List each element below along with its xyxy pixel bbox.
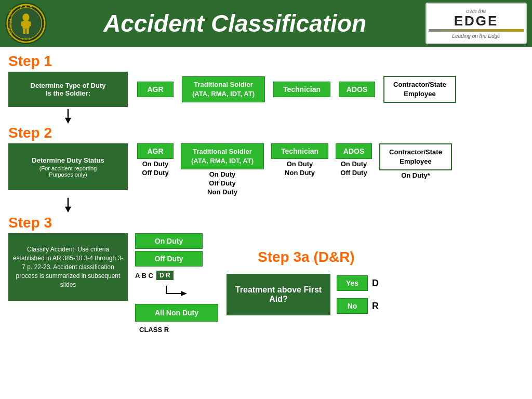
svg-rect-5 <box>28 21 31 26</box>
step3-label: Step 3 <box>8 215 524 231</box>
step3-off-duty-box: Off Duty <box>135 251 203 267</box>
step2-agr-duty1: On Duty <box>142 160 169 168</box>
step3a-row: Treatment above First Aid? Yes D No R <box>227 270 379 315</box>
step3-abcdr-row: A B C D R <box>135 271 218 280</box>
step3a-label: Step 3a (D&R) <box>258 249 355 265</box>
step2-ados-header: ADOS <box>336 143 372 159</box>
step3-duty-col: On Duty Off Duty A B C D R <box>135 233 218 334</box>
step3-abc-label: A B C <box>135 272 153 280</box>
svg-marker-12 <box>65 118 71 124</box>
yn-r-letter: R <box>372 301 379 312</box>
step3-right-content: On Duty Off Duty A B C D R <box>128 233 379 334</box>
step2-desc-main: Determine Duty Status <box>32 156 104 164</box>
step3-dr-box: D R <box>156 271 174 280</box>
badge-edge-text: EDGE <box>454 14 499 28</box>
step2-traditional-duty2: Off Duty <box>209 179 235 187</box>
step2-agr-duty2: Off Duty <box>142 169 168 177</box>
step1-area: Step 1 Determine Type of Duty Is the Sol… <box>8 53 524 107</box>
yn-no-box: No <box>337 298 368 314</box>
cat-technician: Technician <box>273 82 330 97</box>
step3-all-non-duty-box: All Non Duty <box>135 304 218 322</box>
svg-marker-14 <box>65 207 71 212</box>
step2-traditional-duty1: On Duty <box>209 170 236 178</box>
arrow-down-1 <box>8 108 524 124</box>
svg-marker-17 <box>181 291 187 296</box>
cat-agr: AGR <box>137 82 174 97</box>
step3-desc: Classify Accident: Use criteria establis… <box>8 233 128 301</box>
step3-on-duty-box: On Duty <box>135 233 203 249</box>
step2-contractor-header: Contractor/State Employee <box>379 143 452 170</box>
badge-sub-text: Leading on the Edge <box>452 33 500 39</box>
arrow-connector <box>135 283 218 299</box>
step2-area: Step 2 Determine Duty Status (For accide… <box>8 125 524 196</box>
edge-badge: own the EDGE Leading on the Edge <box>425 3 527 44</box>
step2-col-agr: AGR On Duty Off Duty <box>137 143 174 177</box>
army-logo: ★ ★ ★ ARMY NATIONAL GUARD ★ ★ ★ <box>5 3 47 44</box>
arrow-down-2 <box>8 197 524 212</box>
header: ★ ★ ★ ARMY NATIONAL GUARD ★ ★ ★ Accident… <box>0 0 532 47</box>
step2-ados-duty2: Off Duty <box>340 169 367 177</box>
main-content: Step 1 Determine Type of Duty Is the Sol… <box>0 47 532 399</box>
yn-no-row: No R <box>337 298 379 314</box>
step3-class-r: CLASS R <box>135 326 218 334</box>
step3a-content: Step 3a (D&R) Treatment above First Aid?… <box>227 249 379 315</box>
step2-ados-duty1: On Duty <box>341 160 367 168</box>
page-title: Accident Classification <box>47 9 423 37</box>
step1-desc: Determine Type of Duty Is the Soldier: <box>8 72 128 107</box>
svg-text:ARMY NATIONAL GUARD: ARMY NATIONAL GUARD <box>9 5 12 43</box>
cat-ados: ADOS <box>339 82 375 97</box>
step2-columns: AGR On Duty Off Duty Traditional Soldier… <box>128 143 452 196</box>
step2-label: Step 2 <box>8 125 524 141</box>
yn-yes-row: Yes D <box>337 275 379 291</box>
cat-contractor: Contractor/State Employee <box>383 76 456 103</box>
yn-d-letter: D <box>372 278 379 289</box>
step2-technician-duty1: On Duty <box>287 160 313 168</box>
yn-yes-box: Yes <box>337 275 368 291</box>
step2-col-ados: ADOS On Duty Off Duty <box>336 143 372 177</box>
step2-col-traditional: Traditional Soldier (ATA, RMA, IDT, AT) … <box>181 143 264 196</box>
step3-yesno-col: Yes D No R <box>337 275 379 314</box>
step2-desc-sub: (For accident reporting Purposes only) <box>39 165 97 178</box>
step2-technician-header: Technician <box>271 143 328 159</box>
svg-rect-7 <box>26 29 29 33</box>
svg-text:★ ★ ★: ★ ★ ★ <box>21 37 31 41</box>
step2-traditional-header: Traditional Soldier (ATA, RMA, IDT, AT) <box>181 143 264 169</box>
step2-desc: Determine Duty Status (For accident repo… <box>8 143 128 190</box>
step2-technician-duty2: Non Duty <box>285 169 315 177</box>
step1-categories: AGR Traditional Soldier (ATA, RMA, IDT, … <box>128 76 456 103</box>
svg-point-2 <box>22 14 29 21</box>
cat-traditional: Traditional Soldier (ATA, RMA, IDT, AT) <box>182 76 265 102</box>
step2-contractor-duty1: On Duty* <box>401 171 430 179</box>
svg-text:★ ★ ★: ★ ★ ★ <box>19 4 32 9</box>
svg-rect-6 <box>23 29 25 33</box>
step3-treatment-box: Treatment above First Aid? <box>227 274 330 315</box>
step2-col-contractor: Contractor/State Employee On Duty* <box>379 143 452 179</box>
svg-rect-4 <box>21 21 24 26</box>
step2-agr-header: AGR <box>137 143 174 159</box>
step2-traditional-duty3: Non Duty <box>207 188 237 196</box>
step2-col-technician: Technician On Duty Non Duty <box>271 143 328 177</box>
step3-area: Step 3 Classify Accident: Use criteria e… <box>8 215 524 334</box>
step1-label: Step 1 <box>8 53 524 70</box>
